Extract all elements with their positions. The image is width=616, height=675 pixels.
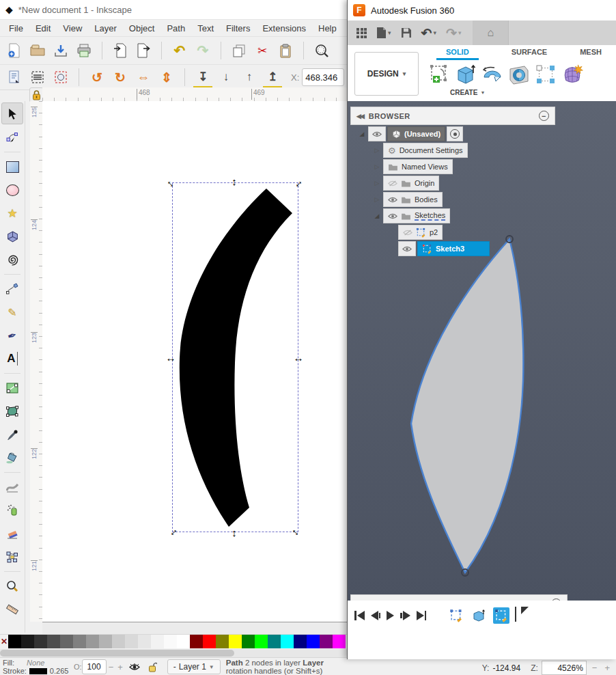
expand-closed-icon[interactable]: ▷ <box>372 163 382 170</box>
palette-swatch[interactable] <box>307 635 320 648</box>
open-document-button[interactable] <box>28 41 47 60</box>
sketch3-visibility-toggle[interactable] <box>398 241 416 256</box>
zoom-decrease-button[interactable]: − <box>590 663 600 673</box>
zoom-tool[interactable] <box>2 576 23 596</box>
tab-solid[interactable]: SOLID <box>436 48 479 60</box>
paste-button[interactable] <box>276 41 295 60</box>
fusion-canvas[interactable]: ◀◀ BROWSER − ◢ (Unsaved) ▷ ⚙ Document Se… <box>348 101 616 630</box>
expand-closed-icon[interactable]: ▷ <box>372 180 382 187</box>
expand-closed-icon[interactable]: ▷ <box>372 196 382 203</box>
palette-swatch[interactable] <box>47 635 60 648</box>
redo-button[interactable]: ↷ <box>193 41 212 60</box>
sketches-item[interactable]: Sketches <box>383 208 450 223</box>
select-all-layers-button[interactable] <box>28 68 47 87</box>
bodies-item[interactable]: Bodies <box>383 192 443 207</box>
timeline-go-to-start-button[interactable] <box>354 611 365 620</box>
palette-swatch[interactable] <box>294 635 307 648</box>
extrude-button[interactable] <box>455 63 477 86</box>
revolve-button[interactable] <box>481 63 503 86</box>
cut-button[interactable]: ✂ <box>253 41 272 60</box>
save-document-button[interactable] <box>51 41 70 60</box>
expand-open-icon[interactable]: ◢ <box>372 212 382 219</box>
box3d-tool[interactable] <box>2 226 23 247</box>
palette-swatch[interactable] <box>21 635 34 648</box>
flip-horizontal-button[interactable]: ⇔ <box>134 68 153 87</box>
gradient-tool[interactable] <box>2 378 23 398</box>
sketch-profile-lens[interactable] <box>406 234 530 579</box>
timeline-marker-pole[interactable] <box>515 607 516 622</box>
browser-row-bodies[interactable]: ▷ Bodies <box>350 192 555 207</box>
print-button[interactable] <box>74 41 94 60</box>
palette-swatch[interactable] <box>177 635 190 648</box>
select-all-button[interactable] <box>5 68 24 87</box>
root-visibility-toggle[interactable] <box>368 126 386 141</box>
palette-swatch[interactable] <box>34 635 47 648</box>
calligraphy-tool[interactable]: ✒ <box>2 325 23 346</box>
rotate-cw-button[interactable]: ↻ <box>111 68 130 87</box>
palette-swatch[interactable] <box>73 635 86 648</box>
palette-swatch[interactable] <box>151 635 164 648</box>
paint-bucket-tool[interactable] <box>2 447 23 468</box>
scrollbar-thumb[interactable] <box>0 650 234 657</box>
import-button[interactable] <box>111 41 130 60</box>
palette-swatch[interactable] <box>125 635 138 648</box>
duplicate-button[interactable] <box>229 41 249 60</box>
lower-button[interactable]: ↓ <box>216 68 236 87</box>
browser-row-named-views[interactable]: ▷ Named Views <box>350 159 555 174</box>
palette-swatch[interactable] <box>333 635 346 648</box>
collapse-all-button[interactable]: − <box>539 111 549 121</box>
palette-swatch[interactable] <box>216 635 229 648</box>
document-settings-item[interactable]: ⚙ Document Settings <box>383 143 468 158</box>
menu-path[interactable]: Path <box>160 21 191 36</box>
named-views-item[interactable]: Named Views <box>383 159 453 174</box>
expand-closed-icon[interactable]: ▷ <box>372 147 382 154</box>
timeline-feature-sketch3-selected[interactable] <box>493 607 509 624</box>
lower-to-bottom-button[interactable]: ↧ <box>193 67 212 87</box>
raise-to-top-button[interactable]: ↥ <box>263 67 282 87</box>
tweak-tool[interactable] <box>2 477 23 497</box>
sketch3-item-selected[interactable]: Sketch3 <box>417 241 490 256</box>
hole-button[interactable] <box>508 63 530 86</box>
current-layer-dropdown[interactable]: - Layer 1 ▼ <box>167 659 221 674</box>
menu-object[interactable]: Object <box>123 21 161 36</box>
menu-extensions[interactable]: Extensions <box>256 21 312 36</box>
timeline-step-forward-button[interactable] <box>400 611 410 620</box>
browser-row-origin[interactable]: ▷ Origin <box>350 176 555 191</box>
palette-swatch[interactable] <box>8 635 21 648</box>
zoom-increase-button[interactable]: + <box>602 663 612 673</box>
create-sketch-button[interactable] <box>428 63 450 86</box>
export-button[interactable] <box>134 41 153 60</box>
text-tool[interactable]: A <box>2 348 23 369</box>
create-panel-label[interactable]: CREATE ▼ <box>450 89 485 96</box>
layer-lock-toggle[interactable] <box>146 659 160 674</box>
timeline-feature-extrude[interactable] <box>471 607 487 624</box>
skew-handle-top[interactable]: ↕ <box>229 176 240 187</box>
workspace-selector[interactable]: DESIGN ▾ <box>354 52 419 96</box>
opacity-input[interactable]: 100 <box>82 659 107 674</box>
timeline-play-button[interactable] <box>387 611 394 620</box>
origin-item[interactable]: Origin <box>383 176 439 191</box>
menu-layer[interactable]: Layer <box>88 21 123 36</box>
palette-swatch[interactable] <box>320 635 333 648</box>
tab-surface[interactable]: SURFACE <box>512 48 548 60</box>
palette-swatch[interactable] <box>86 635 99 648</box>
expand-open-icon[interactable]: ◢ <box>357 130 367 137</box>
raise-button[interactable]: ↑ <box>240 68 259 87</box>
palette-swatch[interactable] <box>112 635 125 648</box>
home-view-button[interactable]: ⌂ <box>473 20 509 45</box>
opacity-decrease-button[interactable]: − <box>107 662 116 672</box>
lock-guides-toggle[interactable] <box>29 87 44 102</box>
zoom-input[interactable]: 4526% <box>542 661 587 675</box>
selector-tool[interactable] <box>1 102 23 124</box>
deselect-button[interactable] <box>51 68 70 87</box>
activate-component-radio[interactable] <box>447 126 463 141</box>
bezier-pen-tool[interactable] <box>2 279 23 299</box>
palette-swatch[interactable] <box>268 635 281 648</box>
menu-view[interactable]: View <box>57 21 88 36</box>
undo-button[interactable]: ↶ <box>170 41 189 60</box>
palette-swatch[interactable] <box>255 635 268 648</box>
connector-tool[interactable] <box>2 547 23 567</box>
menu-text[interactable]: Text <box>191 21 220 36</box>
palette-swatch[interactable] <box>60 635 73 648</box>
palette-swatch[interactable] <box>281 635 294 648</box>
